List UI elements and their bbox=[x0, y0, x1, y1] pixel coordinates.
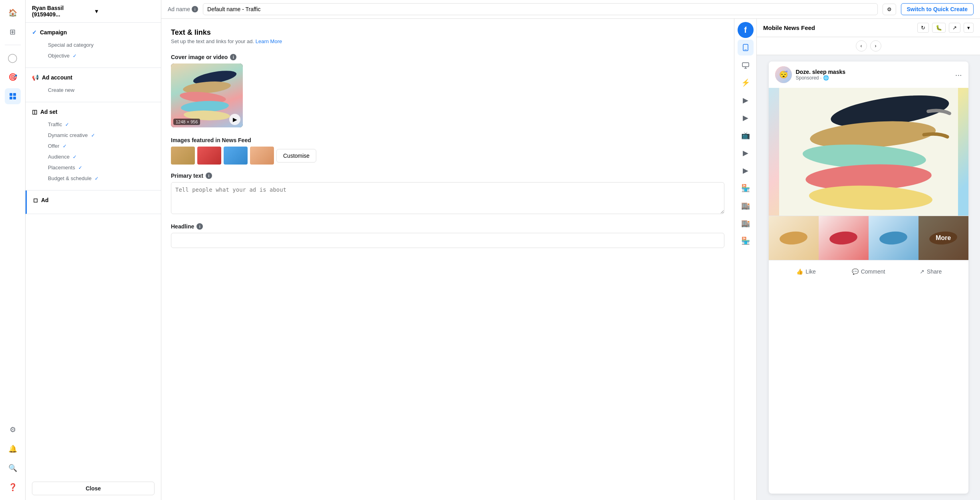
primary-text-group: Primary text i bbox=[171, 173, 724, 215]
play-icon[interactable]: ▶ bbox=[738, 92, 754, 108]
preview-nav: ‹ › bbox=[757, 37, 980, 55]
traffic-check: ✓ bbox=[65, 122, 69, 127]
budget-check: ✓ bbox=[95, 176, 99, 181]
play-button-overlay[interactable]: ▶ bbox=[229, 114, 240, 125]
close-button[interactable]: Close bbox=[32, 482, 155, 495]
learn-more-link[interactable]: Learn More bbox=[256, 38, 282, 44]
sidebar-item-create-new[interactable]: Create new bbox=[32, 85, 155, 95]
sidebar-item-budget[interactable]: Budget & schedule ✓ bbox=[32, 173, 155, 184]
more-overlay[interactable]: More bbox=[919, 216, 968, 260]
ad-set-icon: ◫ bbox=[32, 109, 37, 115]
news-feed-thumbnails: Customise bbox=[171, 147, 724, 165]
debug-button[interactable]: 🐛 bbox=[932, 23, 946, 33]
ad-section-title: ◻ Ad bbox=[33, 197, 155, 203]
play4-icon[interactable]: ▶ bbox=[738, 163, 754, 179]
external-link-button[interactable]: ↗ bbox=[949, 23, 960, 33]
cover-image-container[interactable]: 1248 × 956 ▶ bbox=[171, 63, 243, 127]
sidebar-item-offer[interactable]: Offer ✓ bbox=[32, 141, 155, 151]
notifications-icon[interactable]: 🔔 bbox=[5, 441, 21, 457]
refresh-button[interactable]: ↻ bbox=[917, 23, 929, 33]
ad-thumb-more[interactable]: More bbox=[919, 216, 968, 260]
circle-icon[interactable]: ◯ bbox=[5, 50, 21, 66]
play2-icon[interactable]: ▶ bbox=[738, 110, 754, 126]
audience-icon[interactable]: 🎯 bbox=[5, 69, 21, 85]
desktop-preview-icon[interactable] bbox=[738, 57, 754, 73]
headline-input[interactable] bbox=[171, 233, 724, 248]
sidebar-item-special-ad[interactable]: Special ad category bbox=[32, 40, 155, 50]
search-icon[interactable]: 🔍 bbox=[5, 460, 21, 476]
placements-label: Placements bbox=[48, 165, 75, 171]
news-feed-group: Images featured in News Feed Customise bbox=[171, 137, 724, 165]
like-button[interactable]: 👍 Like bbox=[775, 265, 837, 278]
sidebar-item-dynamic-creative[interactable]: Dynamic creative ✓ bbox=[32, 130, 155, 141]
divider bbox=[5, 45, 21, 45]
cover-image-info[interactable]: i bbox=[230, 54, 236, 60]
ad-thumb-3[interactable] bbox=[869, 216, 919, 260]
headline-label: Headline i bbox=[171, 223, 724, 230]
ad-name-label: Ad name i bbox=[168, 6, 198, 12]
preview-panel: Mobile News Feed ↻ 🐛 ↗ ▾ ‹ › bbox=[756, 19, 980, 500]
home-icon[interactable]: 🏠 bbox=[5, 5, 21, 21]
ad-name-input[interactable] bbox=[203, 3, 877, 15]
form-subtitle: Set up the text and links for your ad. L… bbox=[171, 38, 724, 44]
comment-button[interactable]: 💬 Comment bbox=[837, 265, 900, 278]
store4-icon[interactable]: 🏪 bbox=[738, 233, 754, 249]
icon-panel: f ⚡ ▶ ▶ 📺 ▶ ▶ 🏪 🏬 🏬 🏪 bbox=[734, 19, 756, 500]
customise-button[interactable]: Customise bbox=[276, 149, 316, 163]
help-icon[interactable]: ❓ bbox=[5, 479, 21, 495]
grid-icon[interactable]: ⊞ bbox=[5, 24, 21, 40]
thumb-4[interactable] bbox=[250, 147, 274, 165]
facebook-preview-icon[interactable]: f bbox=[738, 22, 754, 38]
form-panel: Text & links Set up the text and links f… bbox=[161, 19, 734, 500]
like-icon: 👍 bbox=[796, 268, 803, 275]
play3-icon[interactable]: ▶ bbox=[738, 145, 754, 161]
sidebar-item-placements[interactable]: Placements ✓ bbox=[32, 162, 155, 173]
gear-button[interactable]: ⚙ bbox=[883, 4, 896, 15]
cover-image-label: Cover image or video i bbox=[171, 54, 724, 60]
ad-thumb-1[interactable] bbox=[769, 216, 819, 260]
content-area: Text & links Set up the text and links f… bbox=[161, 19, 980, 500]
svg-rect-1 bbox=[13, 93, 16, 96]
ad-main-image bbox=[769, 88, 968, 216]
settings-icon[interactable]: ⚙ bbox=[5, 422, 21, 438]
primary-text-input[interactable] bbox=[171, 182, 724, 214]
ad-account-icon: 📢 bbox=[32, 74, 39, 81]
lightning-icon[interactable]: ⚡ bbox=[738, 75, 754, 91]
news-feed-label: Images featured in News Feed bbox=[171, 137, 724, 143]
svg-rect-0 bbox=[10, 93, 12, 96]
budget-label: Budget & schedule bbox=[48, 175, 91, 181]
sidebar-spacer bbox=[26, 214, 161, 477]
audience-check: ✓ bbox=[73, 154, 77, 160]
sidebar-item-traffic[interactable]: Traffic ✓ bbox=[32, 119, 155, 130]
thumb-1[interactable] bbox=[171, 147, 195, 165]
ad-card-options[interactable]: ··· bbox=[955, 70, 962, 79]
mobile-preview-icon[interactable] bbox=[738, 40, 754, 56]
store2-icon[interactable]: 🏬 bbox=[738, 198, 754, 214]
store3-icon[interactable]: 🏬 bbox=[738, 215, 754, 231]
headline-info[interactable]: i bbox=[196, 223, 203, 230]
dynamic-check: ✓ bbox=[91, 133, 95, 138]
prev-arrow[interactable]: ‹ bbox=[856, 40, 867, 52]
sidebar-item-objective[interactable]: Objective ✓ bbox=[32, 50, 155, 61]
next-arrow[interactable]: › bbox=[870, 40, 881, 52]
dropdown-preview-button[interactable]: ▾ bbox=[964, 23, 974, 33]
headline-group: Headline i bbox=[171, 223, 724, 248]
store-icon[interactable]: 🏪 bbox=[738, 180, 754, 196]
objective-label: Objective bbox=[48, 53, 69, 59]
share-button[interactable]: ↗ Share bbox=[900, 265, 962, 278]
sidebar-item-audience[interactable]: Audience ✓ bbox=[32, 151, 155, 162]
share-icon: ↗ bbox=[920, 268, 924, 275]
account-selector[interactable]: Ryan Bassil (9159409... ▾ bbox=[26, 0, 161, 23]
svg-point-20 bbox=[879, 230, 908, 246]
ad-icon: ◻ bbox=[33, 197, 38, 203]
ad-name-info-icon[interactable]: i bbox=[192, 6, 198, 12]
ad-thumb-2[interactable] bbox=[819, 216, 869, 260]
ad-label: Ad bbox=[41, 197, 49, 203]
screen-icon[interactable]: 📺 bbox=[738, 127, 754, 143]
special-ad-label: Special ad category bbox=[48, 42, 93, 48]
campaign-icon[interactable] bbox=[5, 88, 21, 104]
thumb-2[interactable] bbox=[197, 147, 221, 165]
thumb-3[interactable] bbox=[224, 147, 248, 165]
quick-create-button[interactable]: Switch to Quick Create bbox=[901, 3, 974, 15]
primary-text-info[interactable]: i bbox=[206, 173, 212, 179]
